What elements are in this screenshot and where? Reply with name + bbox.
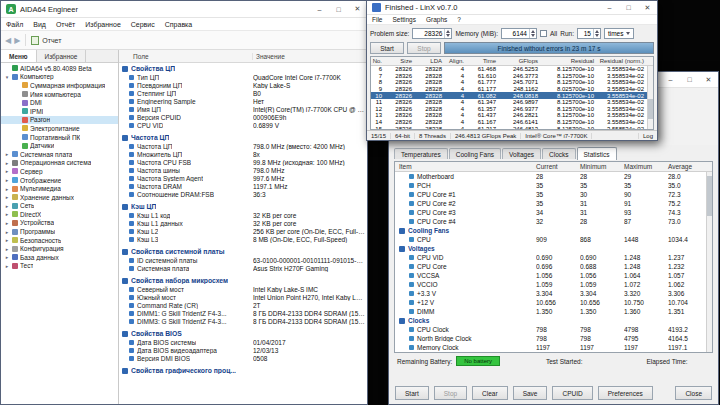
scrollbar-thumb[interactable] bbox=[707, 176, 712, 216]
linx-table-row[interactable]: 92832628328461.177248.11628.025700e-103.… bbox=[371, 86, 653, 93]
linx-col-header-4[interactable]: Time bbox=[467, 58, 499, 64]
linx-table-row[interactable]: 62832628328461.468246.52538.125700e-103.… bbox=[371, 66, 653, 73]
table-row[interactable]: Кэш L1 данных32 KB per core bbox=[119, 219, 367, 227]
preferences-button[interactable]: Preferences bbox=[598, 386, 653, 400]
stats-col-header-3[interactable]: Maximum bbox=[624, 163, 668, 170]
sidebar-item-6[interactable]: Разгон bbox=[1, 116, 118, 125]
stability-maximize-button[interactable]: □ bbox=[680, 72, 699, 87]
run-spinner[interactable] bbox=[593, 29, 600, 38]
table-row[interactable]: Частота шины798.0 MHz bbox=[119, 166, 367, 174]
table-row[interactable]: Множитель ЦП8x bbox=[119, 150, 367, 158]
sidebar-item-0[interactable]: AIDA64 v5.80.4089 Beta bbox=[1, 64, 118, 73]
menu-item-3[interactable]: Избранное bbox=[80, 21, 125, 28]
stats-group-row[interactable]: Clocks bbox=[395, 316, 712, 325]
sidebar-item-21[interactable]: ▸Конфигурация bbox=[1, 244, 118, 253]
forward-icon[interactable]: ▶ bbox=[14, 36, 20, 45]
table-row[interactable]: Частота CPU FSB99.8 MHz (исходная: 100 M… bbox=[119, 158, 367, 166]
linx-col-header-2[interactable]: LDA bbox=[415, 58, 445, 64]
sidebar-item-17[interactable]: ▸DirectX bbox=[1, 210, 118, 219]
table-row[interactable]: Южный мостIntel Union Point H270, Intel … bbox=[119, 293, 367, 301]
table-row[interactable]: Кэш L2256 KB per core (On-Die, ECC, Full… bbox=[119, 227, 367, 235]
stats-col-header-2[interactable]: Minimum bbox=[580, 163, 624, 170]
table-row[interactable]: Engineering SampleНет bbox=[119, 97, 367, 105]
statistics-scrollbar[interactable] bbox=[706, 172, 712, 352]
sidebar-item-9[interactable]: Датчики bbox=[1, 141, 118, 150]
linx-maximize-button[interactable]: □ bbox=[619, 1, 638, 14]
stats-group-row[interactable]: Voltages bbox=[395, 244, 712, 253]
table-row[interactable]: Соотношение DRAM:FSB36:3 bbox=[119, 190, 367, 198]
back-icon[interactable]: ◀ bbox=[5, 36, 11, 45]
sidebar-item-5[interactable]: IPMI bbox=[1, 107, 118, 116]
save-button[interactable]: Save bbox=[513, 386, 548, 400]
sidebar-item-15[interactable]: ▸Хранение данных bbox=[1, 193, 118, 202]
sidebar-tab-0[interactable]: Меню bbox=[1, 50, 37, 62]
sidebar-item-4[interactable]: DMI bbox=[1, 98, 118, 107]
report-button[interactable]: Отчет bbox=[42, 37, 61, 44]
table-row[interactable]: ID системной платы63-0100-000001-0010111… bbox=[119, 256, 367, 264]
linx-col-header-7[interactable]: Residual (norm.) bbox=[597, 58, 653, 64]
times-dropdown[interactable]: times bbox=[604, 28, 635, 39]
linx-scrollbar[interactable] bbox=[647, 66, 653, 129]
table-row[interactable]: Тип ЦПQuadCore Intel Core i7-7700K bbox=[119, 73, 367, 81]
aida64-minimize-button[interactable]: – bbox=[310, 1, 329, 17]
linx-table-row[interactable]: 112832628328461.347246.98978.125700e-103… bbox=[371, 99, 653, 106]
linx-start-button[interactable]: Start bbox=[370, 42, 404, 54]
sidebar-item-16[interactable]: ▸Сеть bbox=[1, 202, 118, 211]
sidebar-tab-1[interactable]: Избранное bbox=[37, 50, 87, 62]
linx-menu-item-2[interactable]: Graphs bbox=[421, 16, 452, 23]
linx-menu-item-1[interactable]: Settings bbox=[387, 16, 421, 23]
memory-spinner[interactable] bbox=[529, 29, 536, 38]
linx-close-button[interactable]: ✕ bbox=[638, 1, 657, 14]
linx-stop-button[interactable]: Stop bbox=[407, 42, 441, 54]
linx-menu-item-0[interactable]: File bbox=[367, 16, 387, 23]
aida64-close-button[interactable]: ✕ bbox=[348, 1, 367, 17]
stats-col-header-1[interactable]: Current bbox=[536, 163, 580, 170]
linx-col-header-6[interactable]: Residual bbox=[541, 58, 597, 64]
sidebar-item-22[interactable]: ▸База данных bbox=[1, 253, 118, 262]
linx-table-row[interactable]: 72832628328461.610246.37738.125700e-103.… bbox=[371, 73, 653, 80]
sidebar-item-20[interactable]: ▸Безопасность bbox=[1, 236, 118, 245]
memory-input[interactable]: 6144 bbox=[501, 28, 537, 39]
table-row[interactable]: Версия CPUID000906E9h bbox=[119, 113, 367, 121]
column-field[interactable]: Поле bbox=[119, 53, 253, 60]
linx-table-row[interactable]: 122832628328461.357246.93778.125700e-103… bbox=[371, 106, 653, 113]
table-row[interactable]: DIMM3: G Skill TridentZ F4-3...8 ГБ DDR4… bbox=[119, 317, 367, 325]
sidebar-item-13[interactable]: ▸Отображение bbox=[1, 176, 118, 185]
sidebar-item-14[interactable]: ▸Мультимедиа bbox=[1, 184, 118, 193]
status-segment-5[interactable]: Log bbox=[638, 133, 657, 139]
cpuid-button[interactable]: CPUID bbox=[552, 386, 592, 400]
tab-temperatures[interactable]: Temperatures bbox=[394, 148, 448, 159]
linx-col-header-5[interactable]: GFlops bbox=[499, 58, 541, 64]
sidebar-item-7[interactable]: Электропитание bbox=[1, 124, 118, 133]
table-row[interactable]: Псевдоним ЦПKaby Lake-S bbox=[119, 81, 367, 89]
table-row[interactable]: Степпинг ЦПB0 bbox=[119, 89, 367, 97]
stats-col-header-0[interactable]: Item bbox=[395, 163, 536, 170]
table-row[interactable]: DIMM1: G Skill TridentZ F4-3...8 ГБ DDR4… bbox=[119, 309, 367, 317]
table-row[interactable]: Command Rate (CR)2T bbox=[119, 301, 367, 309]
table-row[interactable]: Северный мостIntel Kaby Lake-S IMC bbox=[119, 285, 367, 293]
sidebar-item-8[interactable]: Портативный ПК bbox=[1, 133, 118, 142]
clear-button[interactable]: Clear bbox=[472, 386, 508, 400]
sidebar-item-10[interactable]: ▸Системная плата bbox=[1, 150, 118, 159]
linx-table-row[interactable]: 142832628328461.167246.61418.125700e-103… bbox=[371, 119, 653, 126]
menu-item-1[interactable]: Вид bbox=[28, 21, 51, 28]
menu-item-4[interactable]: Сервис bbox=[126, 21, 160, 28]
tab-statistics[interactable]: Statistics bbox=[577, 147, 617, 160]
table-row[interactable]: CPU VID0.6899 V bbox=[119, 121, 367, 129]
run-input[interactable]: 15 bbox=[577, 28, 601, 39]
linx-menu-item-3[interactable]: ? bbox=[452, 16, 466, 23]
sidebar-item-3[interactable]: Имя компьютера bbox=[1, 90, 118, 99]
scrollbar-thumb[interactable] bbox=[648, 99, 653, 119]
aida64-titlebar[interactable]: A AIDA64 Engineer – □ ✕ bbox=[1, 1, 367, 18]
aida64-maximize-button[interactable]: □ bbox=[329, 1, 348, 17]
sidebar-item-12[interactable]: ▸Сервер bbox=[1, 167, 118, 176]
linx-table-row[interactable]: 132832628328461.437246.28218.125700e-103… bbox=[371, 112, 653, 119]
sidebar-item-18[interactable]: ▸Устройства bbox=[1, 219, 118, 228]
linx-table-row[interactable]: 102832628328461.082248.08188.125700e-103… bbox=[371, 92, 653, 99]
problem-size-input[interactable]: 28326 bbox=[412, 28, 452, 39]
table-row[interactable]: Кэш L38 MB (On-Die, ECC, Full-Speed) bbox=[119, 235, 367, 243]
stats-col-header-4[interactable]: Average bbox=[668, 163, 712, 170]
stability-minimize-button[interactable]: – bbox=[661, 72, 680, 87]
linx-titlebar[interactable]: Finished - LinX v0.7.0 – □ ✕ bbox=[367, 1, 657, 15]
table-row[interactable]: Дата BIOS видеоадаптера12/03/13 bbox=[119, 346, 367, 354]
